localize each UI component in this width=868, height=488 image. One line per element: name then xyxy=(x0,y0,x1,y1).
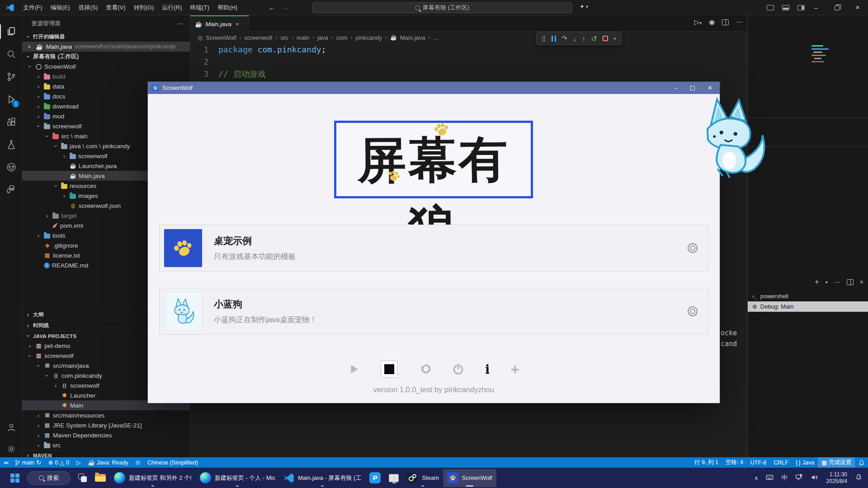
menu-file[interactable]: 文件(F) xyxy=(19,0,47,15)
new-terminal-icon[interactable]: + xyxy=(815,277,819,286)
menu-help[interactable]: 帮助(H) xyxy=(213,0,241,15)
ime-indicator[interactable]: 中 xyxy=(781,474,788,482)
extensions-icon[interactable] xyxy=(0,112,22,132)
menu-goto[interactable]: 转到(G) xyxy=(130,0,158,15)
menu-edit[interactable]: 编辑(E) xyxy=(47,0,74,15)
java-project-item-src-main-resources[interactable]: ›⊞src/main/resources xyxy=(22,410,190,420)
menu-terminal[interactable]: 终端(T) xyxy=(186,0,213,15)
java-project-item-maven-dependencies[interactable]: ›▤Maven Dependencies xyxy=(22,430,190,440)
terminal-tab-powershell[interactable]: ›_ powershell xyxy=(748,291,868,301)
start-button[interactable] xyxy=(6,469,24,487)
breadcrumb-item[interactable]: com xyxy=(336,34,348,41)
maximize-button[interactable] xyxy=(690,86,695,90)
info-button[interactable]: i xyxy=(485,362,490,376)
edge-window-1[interactable]: 新建标签页 和另外 2 个! xyxy=(110,469,196,487)
testing-icon[interactable] xyxy=(0,135,22,155)
chevron-down-icon[interactable]: ▾ xyxy=(614,36,616,41)
breadcrumb-item[interactable]: Main.java xyxy=(400,34,425,41)
accounts-icon[interactable] xyxy=(0,418,22,437)
back-arrow-icon[interactable]: ← xyxy=(269,4,275,11)
settings-gear-icon[interactable] xyxy=(0,439,22,459)
close-panel-icon[interactable]: × xyxy=(860,278,863,286)
play-button[interactable] xyxy=(348,363,360,375)
breadcrumb-item[interactable]: screenwolf xyxy=(244,34,272,41)
breadcrumb-item[interactable]: ScreenWolf xyxy=(206,34,236,41)
screenwolf-button[interactable]: ScreenWolf xyxy=(443,469,496,487)
step-over-icon[interactable]: ↷ xyxy=(561,34,567,42)
restart-icon[interactable]: ↺ xyxy=(591,34,597,43)
stop-debug-icon[interactable] xyxy=(603,36,608,41)
more-icon[interactable]: ⋯ xyxy=(834,278,840,286)
pet-card-bluedog[interactable]: 小蓝狗 小蓝狗正在制作java桌面宠物！ xyxy=(159,288,709,335)
breadcrumb-item[interactable]: … xyxy=(434,34,439,41)
network-icon[interactable] xyxy=(795,474,803,483)
restart-button[interactable] xyxy=(419,363,431,375)
java-status[interactable]: ☕ Java: Ready xyxy=(85,457,132,468)
add-pet-button[interactable]: + xyxy=(510,363,519,375)
run-debug-icon[interactable]: 1 xyxy=(0,89,22,109)
remote-indicator[interactable]: >< xyxy=(0,457,11,468)
steam-button[interactable]: Steam xyxy=(403,469,443,487)
setup-status[interactable]: ▦ 完成设置 xyxy=(818,457,855,468)
legacy-app-button[interactable] xyxy=(385,469,403,487)
code-line-2[interactable]: 2 xyxy=(190,56,747,68)
file-explorer-button[interactable] xyxy=(91,469,110,487)
stop-button[interactable] xyxy=(381,361,398,378)
pause-icon[interactable] xyxy=(552,36,556,42)
volume-icon[interactable] xyxy=(811,474,818,483)
language-status[interactable]: Chinese (Simplified) xyxy=(144,457,202,468)
breadcrumb-item[interactable]: java xyxy=(317,34,328,41)
touch-keyboard-icon[interactable] xyxy=(766,474,774,483)
code-line-1[interactable]: 1package com.pinkcandy; xyxy=(190,43,747,56)
breadcrumb-item[interactable]: main xyxy=(297,34,309,41)
java-project-item-jre-system-library-javase-21-[interactable]: ›▤JRE System Library [JavaSE-21] xyxy=(22,420,190,430)
pet-card-example[interactable]: 桌宠示例 只有游戏基本功能的模板 xyxy=(159,225,709,272)
minimize-button[interactable]: – xyxy=(675,84,678,91)
line-col-status[interactable]: 行 9, 列 1 xyxy=(691,457,722,468)
taskbar-clock[interactable]: 1:11:30 2025/8/4 xyxy=(826,471,847,485)
notifications-bell-icon[interactable] xyxy=(855,457,868,468)
eol-status[interactable]: CRLF xyxy=(770,457,792,468)
menu-run[interactable]: 运行(R) xyxy=(158,0,186,15)
close-editor-icon[interactable]: × xyxy=(28,43,33,50)
step-into-icon[interactable]: ↓ xyxy=(573,35,576,42)
split-editor-icon[interactable] xyxy=(722,19,729,25)
terminal-tab-debug-main[interactable]: ⚙ Debug: Main xyxy=(748,301,868,312)
menu-selection[interactable]: 选择(S) xyxy=(74,0,102,15)
step-out-icon[interactable]: ↑ xyxy=(582,35,585,42)
copilot-menu[interactable]: ✦▾ xyxy=(580,3,588,10)
power-button[interactable] xyxy=(452,363,464,375)
split-terminal-icon[interactable] xyxy=(847,279,854,285)
select-target-icon[interactable] xyxy=(688,243,698,253)
drag-handle-icon[interactable] xyxy=(542,35,546,42)
notification-bell-icon[interactable] xyxy=(855,474,863,483)
taskbar-search[interactable]: 搜索 xyxy=(27,471,71,485)
debug-status-icon[interactable]: ▷ xyxy=(73,457,85,468)
explorer-item-build[interactable]: ›build xyxy=(22,71,190,81)
chevron-down-icon[interactable]: ▾ xyxy=(826,280,828,285)
java-project-item-src[interactable]: ›src xyxy=(22,440,190,450)
problems-status[interactable]: ⊗0 △0 xyxy=(45,457,73,468)
select-target-icon[interactable] xyxy=(688,306,698,316)
close-button[interactable]: ✕ xyxy=(708,84,712,91)
edge-window-2[interactable]: 新建标签页 - 个人 - Mic xyxy=(196,469,279,487)
workspace-section[interactable]: › 屏幕有狼 (工作区) xyxy=(22,52,190,61)
code-line-3[interactable]: 3// 启动游戏 xyxy=(190,68,747,80)
minimize-button[interactable]: – xyxy=(806,0,826,15)
python-icon[interactable] xyxy=(0,180,22,200)
close-button[interactable]: × xyxy=(847,0,868,15)
more-actions-icon[interactable]: ⋯ xyxy=(736,18,743,26)
godot-tools-icon[interactable] xyxy=(0,157,22,177)
menu-view[interactable]: 查看(V) xyxy=(102,0,129,15)
customize-layout-icon[interactable] xyxy=(767,5,774,10)
maven-section[interactable]: › MAVEN xyxy=(22,450,190,457)
sidebar-more-icon[interactable]: ⋯ xyxy=(178,20,184,27)
breadcrumb[interactable]: ◎ScreenWolf›screenwolf›src›main›java›com… xyxy=(190,32,747,43)
indent-status[interactable]: 空格: 4 xyxy=(722,457,747,468)
vscode-window[interactable]: Main.java - 屏幕有狼 (工 xyxy=(279,469,365,487)
run-java-icon[interactable]: ▷▾ xyxy=(694,18,702,26)
breadcrumb-item[interactable]: pinkcandy xyxy=(355,34,382,41)
toggle-secondary-sidebar-icon[interactable] xyxy=(797,5,805,10)
pixpin-button[interactable]: P xyxy=(365,469,385,487)
spell-icon[interactable]: ⊙ xyxy=(132,457,144,468)
